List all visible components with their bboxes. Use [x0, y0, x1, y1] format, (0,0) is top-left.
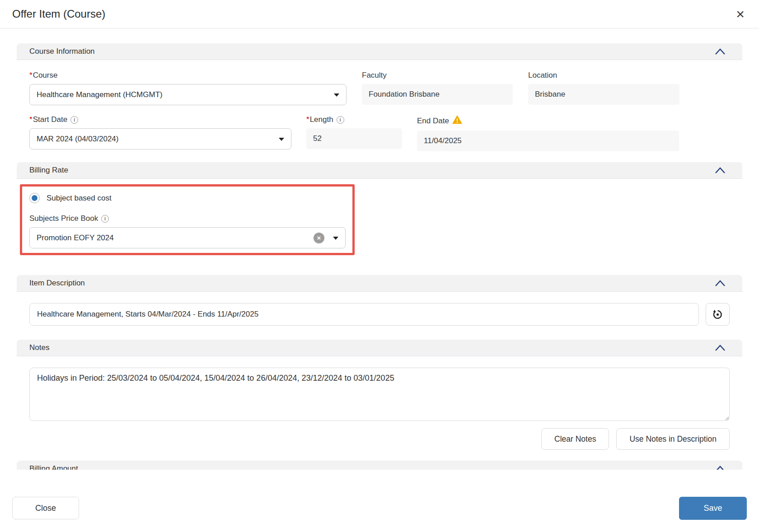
section-title: Item Description: [29, 279, 85, 288]
section-notes: Notes Holidays in Period: 25/03/2024 to …: [17, 340, 742, 450]
notes-header: Notes: [17, 340, 742, 356]
notes-textarea[interactable]: Holidays in Period: 25/03/2024 to 05/04/…: [29, 368, 730, 421]
info-icon[interactable]: i: [337, 116, 344, 124]
item-description-input[interactable]: [29, 303, 699, 326]
billing-amount-header: Billing Amount: [17, 461, 742, 470]
close-icon: ×: [736, 6, 745, 22]
use-notes-in-description-button[interactable]: Use Notes in Description: [616, 428, 730, 450]
section-billing-amount: Billing Amount: [17, 461, 742, 470]
close-dialog-button[interactable]: ×: [734, 7, 746, 21]
collapse-item-description-button[interactable]: [713, 278, 727, 288]
start-date-label: *Start Date i: [29, 115, 291, 124]
radio-label: Subject based cost: [47, 194, 112, 203]
warning-icon[interactable]: [452, 115, 462, 126]
dialog-header: Offer Item (Course) ×: [0, 0, 759, 28]
end-date-field: 11/04/2025: [417, 131, 679, 151]
collapse-notes-button[interactable]: [713, 343, 727, 353]
dialog-body: Course Information *Course Healthcare Ma…: [0, 28, 759, 470]
close-button[interactable]: Close: [12, 497, 79, 519]
info-icon[interactable]: i: [101, 215, 109, 223]
collapse-course-information-button[interactable]: [713, 47, 727, 56]
end-date-label: End Date: [417, 115, 679, 126]
save-button[interactable]: Save: [679, 497, 747, 520]
length-field: 52: [306, 128, 402, 149]
section-title: Billing Rate: [29, 166, 68, 175]
dropdown-caret-icon: [279, 138, 284, 141]
collapse-billing-amount-button[interactable]: [713, 464, 727, 470]
section-course-information: Course Information *Course Healthcare Ma…: [17, 43, 742, 151]
chevron-up-icon: [714, 344, 726, 352]
faculty-field: Foundation Brisbane: [362, 84, 513, 105]
info-icon[interactable]: i: [70, 116, 78, 124]
course-select[interactable]: Healthcare Management (HCMGMT): [29, 84, 347, 105]
dialog-footer: Close Save: [0, 470, 759, 520]
section-title: Billing Amount: [29, 464, 78, 470]
chevron-up-icon: [714, 279, 726, 287]
collapse-billing-rate-button[interactable]: [713, 165, 727, 175]
course-information-header: Course Information: [17, 43, 742, 60]
subjects-price-book-value: Promotion EOFY 2024: [37, 233, 114, 243]
dropdown-caret-icon: [334, 93, 339, 97]
clear-selection-icon[interactable]: ×: [314, 233, 324, 243]
subjects-price-book-select[interactable]: Promotion EOFY 2024 ×: [29, 227, 346, 248]
course-label: *Course: [29, 71, 347, 80]
subject-based-cost-radio[interactable]: [29, 193, 40, 203]
course-value: Healthcare Management (HCMGMT): [37, 90, 163, 99]
length-label: *Length i: [306, 115, 402, 124]
chevron-up-icon: [714, 47, 726, 56]
billing-rate-header: Billing Rate: [17, 162, 742, 179]
dropdown-caret-icon: [333, 237, 338, 240]
start-date-select[interactable]: MAR 2024 (04/03/2024): [29, 128, 291, 149]
section-title: Notes: [29, 343, 49, 352]
location-label: Location: [528, 71, 679, 80]
subjects-price-book-label: Subjects Price Book i: [29, 214, 343, 223]
highlight-box: Subject based cost Subjects Price Book i…: [20, 184, 355, 255]
chevron-up-icon: [714, 465, 726, 470]
section-billing-rate: Billing Rate Subject based cost Subjects…: [17, 162, 742, 255]
start-date-value: MAR 2024 (04/03/2024): [37, 135, 118, 144]
faculty-label: Faculty: [362, 71, 513, 80]
subject-based-cost-option: Subject based cost: [29, 193, 343, 203]
location-field: Brisbane: [528, 84, 679, 105]
reset-description-icon: [712, 308, 724, 321]
clear-notes-button[interactable]: Clear Notes: [541, 428, 609, 450]
chevron-up-icon: [714, 166, 726, 174]
section-title: Course Information: [29, 47, 95, 56]
dialog-title: Offer Item (Course): [12, 8, 105, 20]
item-description-header: Item Description: [17, 275, 742, 292]
section-item-description: Item Description: [17, 275, 742, 326]
regenerate-description-button[interactable]: [706, 303, 730, 326]
